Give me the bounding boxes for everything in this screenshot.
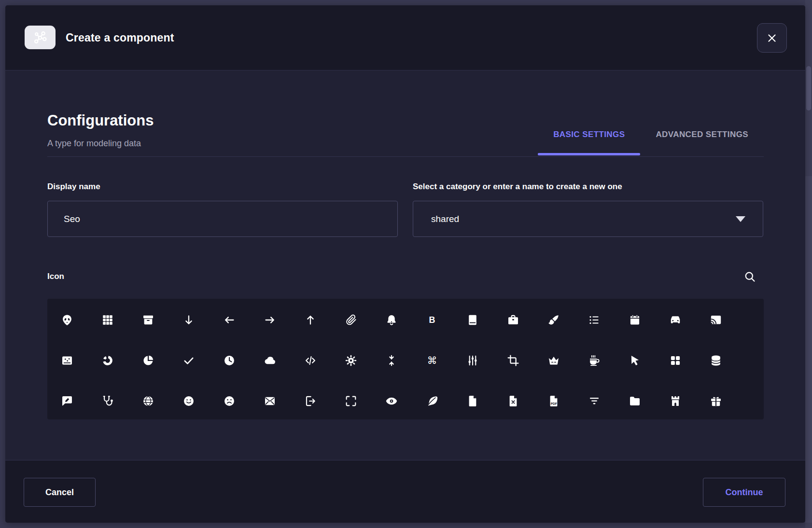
filters-icon[interactable] (466, 354, 479, 367)
envelope-icon[interactable] (264, 395, 276, 407)
tab-advanced-settings[interactable]: ADVANCED SETTINGS (640, 113, 764, 155)
discuss-icon[interactable] (61, 395, 73, 407)
icon-grid: B⌘PDF (47, 299, 764, 419)
page-edge-panel (805, 176, 812, 523)
create-component-modal: Create a component Configurations A type… (5, 5, 805, 523)
category-select-value: shared (431, 214, 459, 224)
cursor-icon[interactable] (629, 354, 641, 367)
emotion-unhappy-icon[interactable] (223, 395, 236, 407)
arrow-left-icon[interactable] (223, 314, 236, 326)
collapse-icon[interactable] (385, 354, 398, 367)
modal-header: Create a component (5, 5, 805, 70)
modal-footer: Cancel Continue (5, 460, 805, 523)
command-icon[interactable]: ⌘ (426, 354, 438, 367)
calendar-icon[interactable] (629, 314, 641, 326)
icon-label: Icon (47, 272, 64, 281)
category-label: Select a category or enter a name to cre… (413, 182, 622, 192)
section-heading: Configurations (47, 112, 154, 129)
emotion-happy-icon[interactable] (182, 395, 195, 407)
earth-icon[interactable] (142, 395, 154, 407)
dashboard-icon[interactable] (669, 354, 682, 367)
check-icon[interactable] (182, 354, 195, 367)
expand-icon[interactable] (345, 395, 357, 407)
gift-icon[interactable] (710, 395, 722, 407)
car-icon[interactable] (669, 314, 682, 326)
feather-icon[interactable] (426, 395, 438, 407)
settings-tabs: BASIC SETTINGS ADVANCED SETTINGS (538, 113, 764, 155)
chevron-down-icon (736, 216, 745, 222)
apps-icon[interactable] (101, 314, 114, 326)
briefcase-icon[interactable] (507, 314, 519, 326)
file-error-icon[interactable] (507, 395, 519, 407)
svg-text:B: B (429, 315, 435, 325)
cup-icon[interactable] (588, 354, 601, 367)
arrow-up-icon[interactable] (304, 314, 317, 326)
cast-icon[interactable] (710, 314, 722, 326)
filter-icon[interactable] (588, 395, 601, 407)
bold-icon[interactable]: B (426, 314, 438, 326)
file-pdf-icon[interactable]: PDF (547, 395, 560, 407)
archive-icon[interactable] (142, 314, 154, 326)
close-icon (766, 32, 778, 44)
exit-icon[interactable] (304, 395, 317, 407)
file-icon[interactable] (466, 395, 479, 407)
continue-button[interactable]: Continue (703, 478, 785, 507)
folder-icon[interactable] (629, 395, 641, 407)
modal-title: Create a component (66, 5, 174, 70)
close-button[interactable] (757, 23, 787, 53)
doctor-icon[interactable] (101, 395, 114, 407)
clock-icon[interactable] (223, 354, 236, 367)
category-select[interactable]: shared (413, 201, 763, 237)
svg-text:⌘: ⌘ (427, 355, 437, 366)
svg-text:PDF: PDF (551, 402, 557, 405)
code-icon[interactable] (304, 354, 317, 367)
search-icon (743, 270, 756, 283)
brush-icon[interactable] (547, 314, 560, 326)
crown-icon[interactable] (547, 354, 560, 367)
database-icon[interactable] (710, 354, 722, 367)
component-icon (25, 26, 56, 49)
cloud-icon[interactable] (264, 354, 276, 367)
book-icon[interactable] (466, 314, 479, 326)
section-subtitle: A type for modeling data (47, 139, 141, 149)
crop-icon[interactable] (507, 354, 519, 367)
eye-icon[interactable] (385, 395, 398, 407)
display-name-input[interactable] (47, 201, 398, 237)
alien-icon[interactable] (61, 314, 73, 326)
cog-icon[interactable] (345, 354, 357, 367)
cancel-button[interactable]: Cancel (24, 478, 96, 507)
arrow-right-icon[interactable] (264, 314, 276, 326)
display-name-label: Display name (47, 182, 100, 192)
page-scrollbar-thumb[interactable] (806, 66, 811, 111)
arrow-down-icon[interactable] (182, 314, 195, 326)
bullet-list-icon[interactable] (588, 314, 601, 326)
tab-basic-settings[interactable]: BASIC SETTINGS (538, 113, 640, 155)
bell-icon[interactable] (385, 314, 398, 326)
icon-search-button[interactable] (742, 269, 757, 284)
chart-bubble-icon[interactable] (61, 354, 73, 367)
attachment-icon[interactable] (345, 314, 357, 326)
tabs-divider (47, 156, 764, 157)
castle-icon[interactable] (669, 395, 682, 407)
chart-circle-icon[interactable] (101, 354, 114, 367)
chart-pie-icon[interactable] (142, 354, 154, 367)
